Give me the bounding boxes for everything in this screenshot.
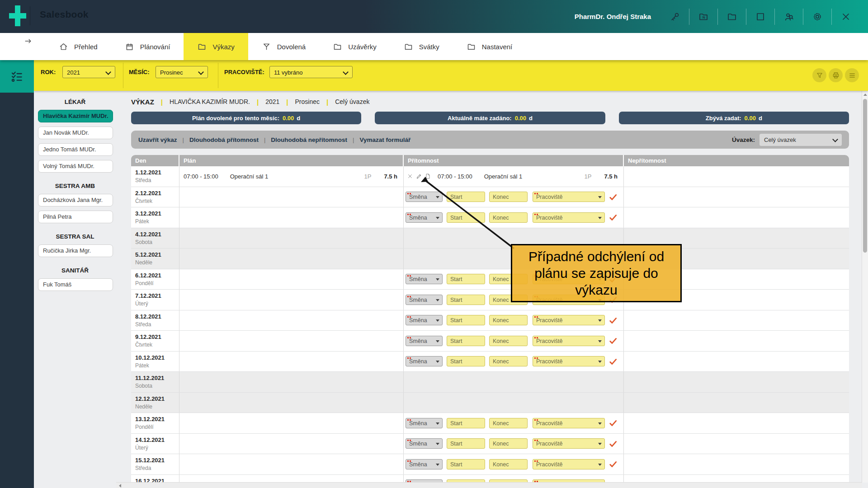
plan-cell — [179, 331, 404, 351]
vertical-scrollbar[interactable] — [862, 91, 868, 483]
konec-input[interactable]: Konec — [489, 192, 528, 202]
toolbar-action[interactable]: Vymazat formulář — [359, 136, 410, 143]
tab-label: Nastavení — [482, 43, 513, 51]
tab-plánování[interactable]: Plánování — [111, 33, 184, 60]
row-day: Neděle — [135, 259, 179, 266]
pencil-icon[interactable] — [416, 173, 422, 179]
checklist-menu-icon[interactable] — [9, 69, 24, 84]
tab-svátky[interactable]: Svátky — [390, 33, 453, 60]
tab-přehled[interactable]: Přehled — [45, 33, 111, 60]
gear-icon[interactable] — [812, 11, 823, 22]
konec-input[interactable]: Konec — [489, 212, 528, 223]
pracoviste-select[interactable]: Pracoviště — [533, 212, 605, 223]
attendance-cell: SměnaStartKonecPracoviště — [404, 413, 624, 433]
square-icon[interactable] — [755, 11, 766, 22]
print-button[interactable] — [829, 68, 843, 82]
scroll-up-icon[interactable] — [863, 94, 867, 96]
plan-cell — [179, 454, 404, 474]
close-icon[interactable] — [407, 173, 413, 179]
tab-výkazy[interactable]: Výkazy — [184, 33, 248, 60]
confirm-check-button[interactable] — [609, 357, 618, 366]
konec-input[interactable]: Konec — [489, 336, 528, 346]
sidebar-item[interactable]: Ručička Jirka Mgr. — [38, 244, 113, 257]
smena-select[interactable]: Směna — [406, 274, 443, 284]
pracoviste-select[interactable]: Pracoviště — [533, 315, 605, 325]
sidebar-item[interactable]: Fuk Tomáš — [38, 278, 113, 291]
pracoviste-select[interactable]: Pracoviště — [533, 459, 605, 469]
scroll-left-icon[interactable] — [119, 484, 121, 488]
konec-input[interactable]: Konec — [489, 315, 528, 325]
sidebar-item[interactable]: Jedno Tomáš MUDr. — [38, 143, 113, 156]
start-input[interactable]: Start — [447, 192, 485, 202]
toolbar-action[interactable]: Dlouhodobá nepřítomnost — [271, 136, 347, 143]
smena-select[interactable]: Směna — [406, 192, 443, 202]
toolbar-action[interactable]: Uzavřít výkaz — [138, 136, 177, 143]
plan-cell — [179, 413, 404, 433]
smena-select[interactable]: Směna — [406, 212, 443, 223]
toolbar-action[interactable]: Dlouhodobá přítomnost — [189, 136, 259, 143]
pracoviste-select[interactable]: Pracoviště — [533, 438, 605, 449]
pracoviste-select[interactable]: Pracoviště — [533, 336, 605, 346]
pracoviste-select[interactable]: 11 vybráno — [269, 66, 353, 78]
menu-button[interactable] — [845, 68, 859, 82]
start-input[interactable]: Start — [447, 356, 485, 366]
confirm-check-button[interactable] — [609, 336, 618, 345]
confirm-check-button[interactable] — [609, 192, 618, 202]
chevron-down-icon — [436, 464, 439, 466]
required-marker — [534, 460, 536, 462]
sidebar-group-title: SESTRA AMB — [34, 183, 116, 189]
sidebar-item[interactable]: Jan Novák MUDr. — [38, 127, 113, 139]
konec-input[interactable]: Konec — [489, 356, 528, 366]
confirm-check-button[interactable] — [609, 418, 618, 427]
vertical-scrollbar-thumb[interactable] — [863, 99, 867, 253]
plan-hours: 7.5 h — [384, 173, 397, 180]
row-day: Pondělí — [135, 280, 179, 286]
konec-input[interactable]: Konec — [489, 418, 528, 428]
start-input[interactable]: Start — [447, 274, 485, 284]
smena-select[interactable]: Směna — [406, 336, 443, 346]
document-icon[interactable] — [425, 173, 431, 179]
start-input[interactable]: Start — [447, 438, 485, 449]
sidebar-item[interactable]: Volný Tomáš MUDr. — [38, 160, 113, 173]
sidebar-item[interactable]: Docházková Jana Mgr. — [38, 194, 113, 206]
start-input[interactable]: Start — [447, 336, 485, 346]
smena-select[interactable]: Směna — [406, 295, 443, 305]
start-input[interactable]: Start — [447, 295, 485, 305]
smena-select[interactable]: Směna — [406, 356, 443, 366]
smena-select[interactable]: Směna — [406, 459, 443, 469]
konec-input[interactable]: Konec — [489, 459, 528, 469]
row-date: 15.12.2021 — [135, 457, 179, 464]
confirm-check-button[interactable] — [609, 213, 618, 222]
filter-button[interactable] — [812, 68, 826, 82]
confirm-check-button[interactable] — [609, 460, 618, 469]
smena-select[interactable]: Směna — [406, 418, 443, 428]
folder-n-icon[interactable]: N — [698, 11, 709, 22]
user-search-icon[interactable] — [783, 11, 794, 22]
start-input[interactable]: Start — [447, 418, 485, 428]
pracoviste-select[interactable]: Pracoviště — [533, 192, 605, 202]
konec-input[interactable]: Konec — [489, 438, 528, 449]
attendance-form: SměnaStartKonecPracoviště — [406, 356, 618, 366]
tab-dovolená[interactable]: Dovolená — [248, 33, 319, 60]
sidebar-item[interactable]: Hlavička Kazimír MUDr. — [38, 110, 113, 122]
pracoviste-select[interactable]: Pracoviště — [533, 418, 605, 428]
smena-select[interactable]: Směna — [406, 315, 443, 325]
confirm-check-button[interactable] — [609, 439, 618, 448]
pracoviste-select[interactable]: Pracoviště — [533, 356, 605, 366]
tab-uzávěrky[interactable]: Uzávěrky — [319, 33, 390, 60]
key-icon[interactable] — [670, 11, 680, 22]
mesic-select[interactable]: Prosinec — [156, 66, 208, 78]
confirm-check-button[interactable] — [609, 316, 618, 325]
start-input[interactable]: Start — [447, 212, 485, 223]
folder-icon[interactable] — [726, 11, 737, 22]
uvazek-select[interactable]: Celý úvazek — [760, 134, 842, 146]
horizontal-scrollbar[interactable] — [116, 482, 862, 488]
start-input[interactable]: Start — [447, 315, 485, 325]
rok-select[interactable]: 2021 — [62, 66, 115, 78]
tab-nastavení[interactable]: Nastavení — [453, 33, 526, 60]
close-icon[interactable] — [840, 11, 851, 22]
collapse-arrow-icon[interactable] — [24, 37, 33, 46]
smena-select[interactable]: Směna — [406, 438, 443, 449]
sidebar-item[interactable]: Pilná Petra — [38, 211, 113, 223]
start-input[interactable]: Start — [447, 459, 485, 469]
